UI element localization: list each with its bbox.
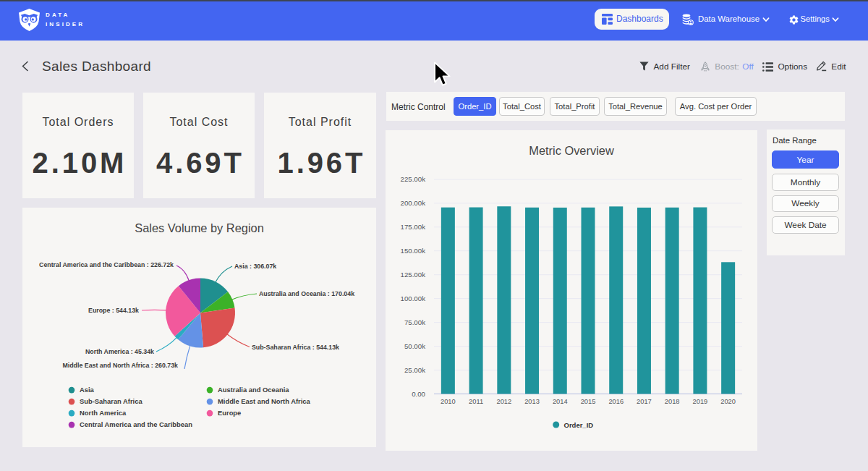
svg-text:Asia: Asia	[80, 386, 95, 394]
svg-text:Australia and Oceania : 170.04: Australia and Oceania : 170.04k	[259, 290, 354, 297]
svg-text:Central America and the Caribb: Central America and the Caribbean	[80, 420, 192, 428]
svg-text:Metric Overview: Metric Overview	[529, 144, 614, 157]
svg-text:Europe: Europe	[218, 409, 241, 417]
svg-text:2013: 2013	[524, 398, 540, 405]
svg-text:North America: North America	[80, 409, 127, 417]
svg-text:2018: 2018	[665, 398, 680, 405]
svg-text:2012: 2012	[496, 398, 511, 405]
svg-text:175.00k: 175.00k	[401, 223, 426, 231]
svg-text:50.00k: 50.00k	[404, 342, 425, 350]
svg-text:Europe : 544.13k: Europe : 544.13k	[88, 307, 139, 314]
svg-text:2016: 2016	[608, 398, 624, 405]
svg-text:100.00k: 100.00k	[401, 294, 426, 302]
svg-text:Sales Volume by Region: Sales Volume by Region	[135, 221, 264, 234]
svg-text:200.00k: 200.00k	[401, 199, 426, 207]
svg-text:Order_ID: Order_ID	[564, 421, 594, 429]
svg-text:75.00k: 75.00k	[404, 318, 425, 326]
svg-text:25.00k: 25.00k	[404, 366, 425, 374]
svg-text:2014: 2014	[553, 398, 568, 405]
svg-text:Sub-Saharan Africa : 544.13k: Sub-Saharan Africa : 544.13k	[252, 344, 339, 351]
svg-text:2019: 2019	[693, 398, 708, 405]
svg-text:150.00k: 150.00k	[401, 247, 426, 255]
svg-text:Sub-Saharan Africa: Sub-Saharan Africa	[80, 397, 142, 405]
svg-text:2017: 2017	[637, 398, 652, 405]
svg-text:2015: 2015	[581, 398, 596, 405]
svg-text:Middle East and North Africa: Middle East and North Africa	[218, 397, 311, 405]
svg-text:2011: 2011	[469, 398, 483, 405]
svg-text:Asia : 306.07k: Asia : 306.07k	[234, 263, 276, 270]
svg-text:125.00k: 125.00k	[401, 271, 426, 279]
svg-text:2020: 2020	[720, 398, 736, 405]
svg-text:225.00k: 225.00k	[401, 175, 426, 183]
svg-text:North America : 45.34k: North America : 45.34k	[85, 348, 154, 355]
svg-text:0.00: 0.00	[412, 390, 425, 398]
svg-text:Middle East and North Africa :: Middle East and North Africa : 260.73k	[62, 362, 178, 369]
svg-text:Australia and Oceania: Australia and Oceania	[218, 386, 289, 394]
svg-text:2010: 2010	[441, 398, 456, 405]
svg-text:Central America and the Caribb: Central America and the Caribbean : 226.…	[39, 261, 174, 268]
